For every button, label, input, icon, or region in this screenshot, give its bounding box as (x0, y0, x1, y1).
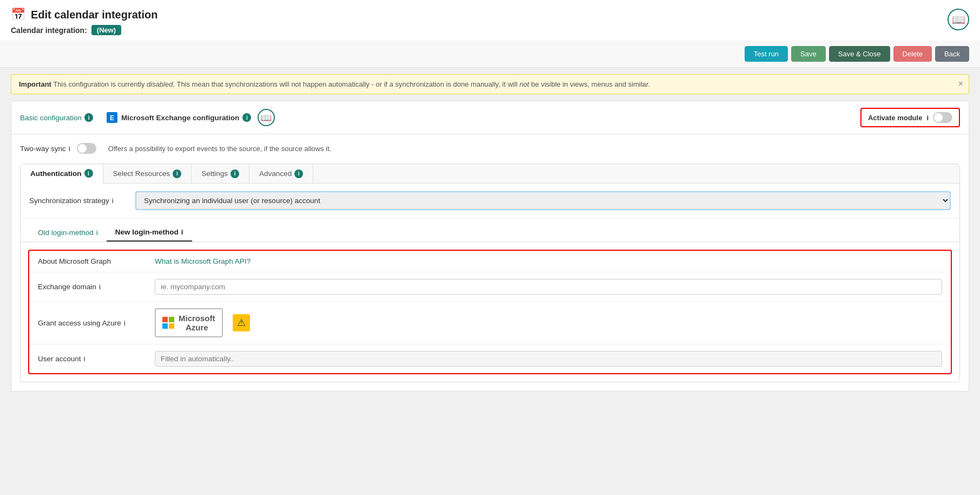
tab-select-resources-label: Select Resources (113, 170, 170, 178)
tab-settings-label: Settings (201, 170, 228, 178)
activate-module-container: Activate module i (860, 108, 960, 127)
advanced-info-icon[interactable]: i (294, 170, 303, 178)
grant-info-icon[interactable]: i (124, 319, 126, 327)
strategy-row: Synchronization strategy i Synchronizing… (21, 184, 959, 218)
back-button[interactable]: Back (935, 46, 969, 62)
settings-info-icon[interactable]: i (231, 170, 239, 178)
about-row: About Microsoft Graph What is Microsoft … (29, 251, 951, 272)
old-login-label: Old login-method (38, 229, 94, 237)
banner-italic2: not (519, 80, 529, 88)
tab-advanced[interactable]: Advanced i (249, 164, 313, 183)
two-way-sync-label: Two-way sync i (20, 145, 70, 153)
tab-old-login[interactable]: Old login-method i (29, 224, 107, 242)
test-run-button[interactable]: Test run (745, 46, 788, 62)
basic-config-info-icon[interactable]: i (84, 113, 93, 122)
about-label: About Microsoft Graph (38, 257, 146, 265)
sub-tabs: Authentication i Select Resources i Sett… (21, 164, 959, 184)
domain-input[interactable] (155, 279, 942, 295)
activate-module-info-icon[interactable]: i (926, 114, 929, 122)
warning-icon: ⚠ (233, 314, 250, 331)
exchange-config-info-icon[interactable]: i (242, 113, 251, 122)
domain-row: Exchange domain i (29, 272, 951, 302)
subtitle-label: Calendar integration: (11, 26, 87, 35)
banner-close-button[interactable]: × (958, 79, 963, 89)
tab-basic-label: Basic configuration (20, 114, 82, 122)
tab-authentication[interactable]: Authentication i (21, 164, 103, 184)
page-title: Edit calendar integration (31, 9, 157, 21)
svg-text:E: E (110, 114, 114, 122)
app-logo: 📖 (948, 9, 969, 30)
delete-button[interactable]: Delete (893, 46, 932, 62)
activate-module-toggle[interactable] (933, 112, 952, 123)
config-tabs: Basic configuration i E Microsoft Exchan… (11, 101, 969, 134)
banner-bold: Important (19, 80, 51, 88)
sub-tabs-container: Authentication i Select Resources i Sett… (20, 164, 960, 382)
tab-basic-config[interactable]: Basic configuration i (20, 113, 93, 122)
tab-settings[interactable]: Settings i (192, 164, 249, 183)
banner-text2: . This mean that synchronizations will n… (173, 80, 519, 88)
two-way-sync-row: Two-way sync i Offers a possibility to e… (20, 143, 960, 154)
banner-text3: be visible in views, menus and similar. (529, 80, 650, 88)
activate-module-label: Activate module (868, 114, 922, 122)
new-login-info-icon[interactable]: i (181, 228, 183, 236)
user-account-input[interactable] (155, 351, 942, 367)
tab-new-login[interactable]: New login-method i (107, 224, 192, 242)
strategy-select[interactable]: Synchronizing an individual user (or res… (135, 191, 951, 210)
new-badge: (New) (91, 25, 121, 35)
grant-row: Grant access using Azure i (29, 302, 951, 344)
user-account-row: User account i (29, 344, 951, 373)
authentication-info-icon[interactable]: i (84, 169, 93, 178)
two-way-sync-info-icon[interactable]: i (69, 145, 70, 153)
login-tabs: Old login-method i New login-method i (21, 218, 959, 242)
red-section: About Microsoft Graph What is Microsoft … (28, 250, 952, 374)
user-account-info-icon[interactable]: i (84, 355, 85, 363)
about-value[interactable]: What is Microsoft Graph API? (155, 257, 942, 265)
exchange-book-icon: 📖 (258, 109, 275, 126)
strategy-label: Synchronization strategy i (29, 197, 127, 205)
old-login-info-icon[interactable]: i (96, 229, 98, 237)
azure-button[interactable]: MicrosoftAzure (155, 308, 223, 337)
tab-exchange-label: Microsoft Exchange configuration (121, 114, 239, 122)
strategy-info-icon[interactable]: i (112, 197, 114, 205)
sync-note: Offers a possibility to export events to… (108, 145, 331, 153)
azure-button-label: MicrosoftAzure (179, 314, 215, 332)
tab-authentication-label: Authentication (30, 170, 82, 178)
tab-advanced-label: Advanced (259, 170, 292, 178)
warning-banner: Important This configuration is currentl… (11, 74, 969, 94)
exchange-icon: E (106, 112, 118, 123)
section-body: Two-way sync i Offers a possibility to e… (11, 134, 969, 391)
two-way-sync-toggle[interactable] (77, 143, 96, 154)
select-resources-info-icon[interactable]: i (173, 170, 181, 178)
grant-label: Grant access using Azure i (38, 319, 146, 327)
banner-italic1: disabled (147, 80, 173, 88)
toolbar: Test run Save Save & Close Delete Back (0, 41, 980, 68)
save-close-button[interactable]: Save & Close (829, 46, 890, 62)
tab-exchange-config[interactable]: E Microsoft Exchange configuration i 📖 (106, 109, 275, 126)
tab-select-resources[interactable]: Select Resources i (103, 164, 192, 183)
ms-logo (162, 317, 174, 329)
new-login-label: New login-method (115, 228, 179, 236)
domain-label: Exchange domain i (38, 283, 146, 291)
main-content: Basic configuration i E Microsoft Exchan… (11, 101, 969, 392)
user-account-label: User account i (38, 355, 146, 363)
save-button[interactable]: Save (791, 46, 826, 62)
calendar-icon: 📅 (11, 8, 25, 22)
banner-text1: This configuration is currently (51, 80, 147, 88)
domain-info-icon[interactable]: i (99, 283, 101, 291)
